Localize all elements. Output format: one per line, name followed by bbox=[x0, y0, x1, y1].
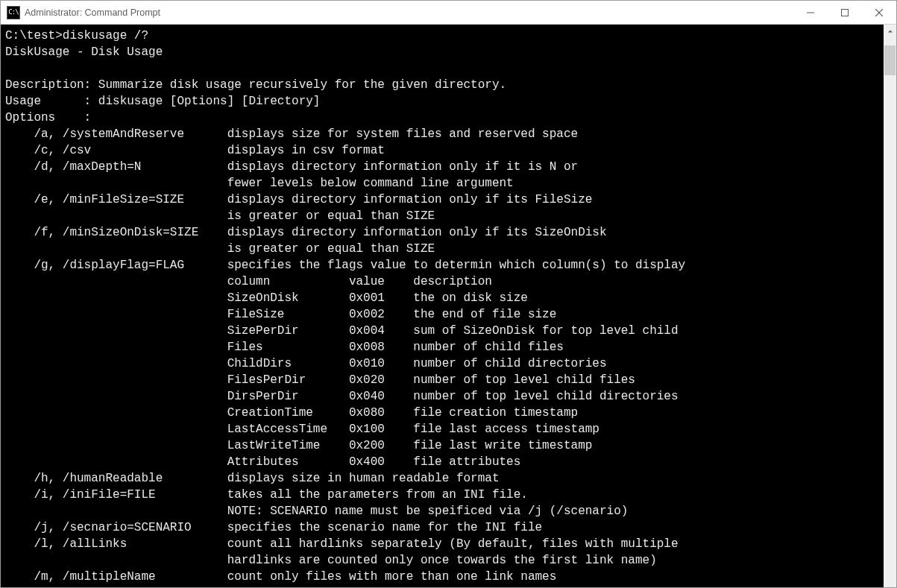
minimize-button[interactable] bbox=[793, 1, 828, 24]
window-frame: C:\ Administrator: Command Prompt C:\tes… bbox=[0, 0, 897, 588]
svg-rect-1 bbox=[842, 9, 849, 16]
terminal[interactable]: C:\test>diskusage /? DiskUsage - Disk Us… bbox=[1, 25, 884, 587]
close-button[interactable] bbox=[862, 1, 896, 24]
scroll-thumb[interactable] bbox=[884, 45, 896, 75]
client-area: C:\test>diskusage /? DiskUsage - Disk Us… bbox=[1, 25, 896, 587]
terminal-output: C:\test>diskusage /? DiskUsage - Disk Us… bbox=[5, 28, 884, 585]
app-icon: C:\ bbox=[7, 6, 20, 19]
maximize-button[interactable] bbox=[828, 1, 862, 24]
window-title: Administrator: Command Prompt bbox=[25, 7, 160, 18]
scroll-up-arrow-icon[interactable] bbox=[884, 25, 896, 37]
vertical-scrollbar[interactable] bbox=[884, 25, 896, 587]
titlebar[interactable]: C:\ Administrator: Command Prompt bbox=[1, 1, 896, 25]
